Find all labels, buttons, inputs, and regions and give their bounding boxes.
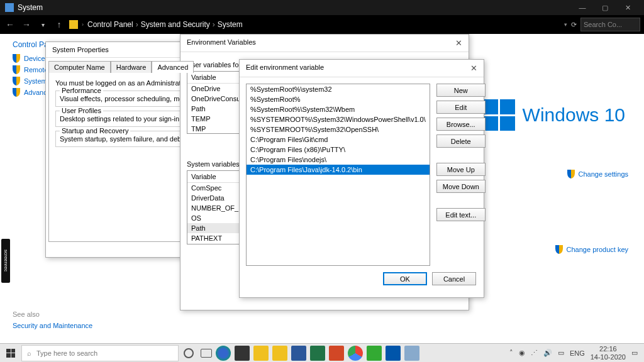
move-up-button[interactable]: Move Up — [436, 163, 486, 176]
tab-advanced[interactable]: Advanced — [152, 61, 194, 73]
word-icon[interactable] — [291, 346, 306, 361]
explorer-icon[interactable] — [272, 346, 287, 361]
windows-brand: Windows 10 — [484, 99, 625, 131]
tray-wifi-icon[interactable]: ⋰ — [531, 349, 538, 357]
close-icon[interactable]: ✕ — [470, 63, 477, 73]
breadcrumb[interactable]: Control Panel› System and Security› Syst… — [87, 20, 243, 29]
edit-environment-variable-dialog: Edit environment variable✕ %SystemRoot%\… — [239, 59, 484, 298]
chrome-icon[interactable] — [348, 346, 363, 361]
tab-computer-name[interactable]: Computer Name — [48, 61, 111, 73]
powerpoint-icon[interactable] — [329, 346, 344, 361]
shield-icon — [13, 65, 20, 74]
new-button[interactable]: New — [436, 84, 486, 97]
search-input[interactable]: Search Co... — [580, 18, 640, 31]
back-button[interactable]: ← — [4, 19, 16, 30]
shield-icon — [13, 88, 20, 97]
delete-button[interactable]: Delete — [436, 134, 486, 148]
windows-logo-icon — [484, 99, 515, 131]
security-maintenance-link[interactable]: Security and Maintenance — [13, 322, 92, 329]
see-also-heading: See also — [13, 310, 92, 318]
path-item[interactable]: C:\Program Files\nodejs\ — [247, 155, 430, 165]
chevron-right-icon: › — [82, 21, 84, 28]
path-item[interactable]: C:\Program Files\Git\cmd — [247, 134, 430, 145]
titlebar: System — ▢ ✕ — [0, 0, 644, 15]
shield-icon — [567, 170, 575, 178]
crumb-3[interactable]: System — [218, 20, 243, 29]
up-button[interactable]: ↑ — [53, 19, 65, 30]
change-settings-link[interactable]: Change settings — [567, 170, 629, 178]
crumb-2[interactable]: System and Security — [141, 20, 210, 29]
group-performance: Performance — [60, 87, 103, 94]
path-list[interactable]: %SystemRoot%\system32 %SystemRoot% %Syst… — [246, 84, 430, 266]
app-icon[interactable] — [386, 346, 401, 361]
path-item[interactable]: %SystemRoot%\system32 — [247, 84, 430, 94]
taskbar-clock[interactable]: 22:1614-10-2020 — [591, 345, 626, 360]
ok-button[interactable]: OK — [383, 272, 427, 285]
recent-dropdown[interactable]: ▾ — [36, 21, 49, 28]
system-icon — [5, 3, 14, 12]
crumb-1[interactable]: Control Panel — [87, 20, 133, 29]
path-item[interactable]: %SYSTEMROOT%\System32\WindowsPowerShell\… — [247, 114, 430, 124]
change-product-key-link[interactable]: Change product key — [555, 245, 628, 254]
browse-button[interactable]: Browse... — [436, 118, 486, 131]
brand-text: Windows 10 — [523, 104, 625, 126]
cortana-icon[interactable] — [184, 348, 194, 358]
tray-language[interactable]: ENG — [570, 349, 585, 357]
explorer-icon[interactable] — [253, 346, 269, 361]
edge-icon[interactable] — [216, 346, 231, 361]
tray-location-icon[interactable]: ◉ — [519, 349, 525, 357]
task-view-icon[interactable] — [201, 349, 212, 358]
notifications-icon[interactable]: ▭ — [631, 349, 638, 357]
cancel-button[interactable]: Cancel — [432, 272, 476, 285]
path-item[interactable]: C:\Program Files (x86)\PuTTY\ — [247, 145, 430, 155]
search-icon: ⌕ — [27, 349, 31, 357]
forward-button[interactable]: → — [20, 19, 33, 30]
dialog-title: Edit environment variable — [246, 63, 324, 73]
move-down-button[interactable]: Move Down — [436, 180, 486, 193]
tray-chevron-icon[interactable]: ˄ — [509, 349, 513, 357]
path-item-selected[interactable]: C:\Program Files\Java\jdk-14.0.2\bin — [247, 165, 430, 175]
screenrec-widget[interactable]: screenrec — [1, 239, 10, 283]
group-startup: Startup and Recovery — [60, 127, 130, 134]
shield-icon — [555, 245, 563, 254]
edit-button[interactable]: Edit — [436, 101, 486, 114]
dialog-title: Environment Variables — [187, 38, 256, 48]
shield-icon — [13, 54, 20, 63]
taskbar: ⌕Type here to search ˄ ◉ ⋰ 🔊 ▭ ENG 22:16… — [0, 343, 644, 362]
path-item[interactable]: %SystemRoot%\System32\Wbem — [247, 104, 430, 114]
tray-battery-icon[interactable]: ▭ — [558, 349, 564, 357]
folder-icon — [69, 20, 78, 29]
maximize-button[interactable]: ▢ — [594, 0, 616, 15]
dropdown-icon[interactable]: ▾ — [564, 21, 567, 28]
see-also: See also Security and Maintenance — [13, 310, 92, 329]
edit-text-button[interactable]: Edit text... — [436, 208, 486, 221]
taskbar-search[interactable]: ⌕Type here to search — [21, 345, 179, 361]
tab-hardware[interactable]: Hardware — [111, 61, 152, 73]
refresh-icon[interactable]: ⟳ — [571, 21, 577, 29]
excel-icon[interactable] — [310, 346, 325, 361]
window-title: System — [18, 3, 571, 12]
app-icon[interactable] — [367, 346, 382, 361]
start-button[interactable] — [0, 344, 21, 363]
navbar: ← → ▾ ↑ › Control Panel› System and Secu… — [0, 15, 644, 34]
close-button[interactable]: ✕ — [616, 0, 639, 15]
app-icon[interactable] — [404, 346, 419, 361]
close-icon[interactable]: ✕ — [455, 38, 462, 48]
path-item[interactable]: %SYSTEMROOT%\System32\OpenSSH\ — [247, 124, 430, 134]
minimize-button[interactable]: — — [571, 0, 594, 15]
path-item[interactable]: %SystemRoot% — [247, 94, 430, 104]
group-user-profiles: User Profiles — [60, 107, 103, 114]
tray-volume-icon[interactable]: 🔊 — [543, 349, 552, 357]
dialog-title: System Properties — [52, 46, 109, 53]
store-icon[interactable] — [235, 346, 250, 361]
shield-icon — [13, 77, 20, 85]
